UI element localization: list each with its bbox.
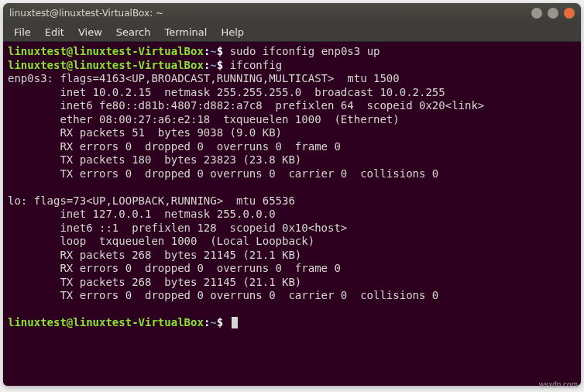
output-line: inet 127.0.0.1 netmask 255.0.0.0 xyxy=(8,208,276,220)
output-line: RX errors 0 dropped 0 overruns 0 frame 0 xyxy=(8,140,341,153)
prompt-user-host: linuxtest@linuxtest-VirtualBox xyxy=(8,316,204,328)
menu-terminal[interactable]: Terminal xyxy=(158,25,213,40)
prompt-path: ~ xyxy=(210,59,216,71)
titlebar[interactable]: linuxtest@linuxtest-VirtualBox: ~ xyxy=(3,3,581,23)
prompt-user-host: linuxtest@linuxtest-VirtualBox xyxy=(8,45,204,57)
output-line: TX errors 0 dropped 0 overruns 0 carrier… xyxy=(8,167,438,180)
prompt-path: ~ xyxy=(210,316,216,328)
output-line: lo: flags=73<UP,LOOPBACK,RUNNING> mtu 65… xyxy=(8,194,295,207)
cursor-icon xyxy=(232,317,238,328)
maximize-button[interactable] xyxy=(548,8,558,19)
output-line: RX packets 51 bytes 9038 (9.0 KB) xyxy=(8,126,282,139)
minimize-button[interactable] xyxy=(531,8,542,19)
close-button[interactable] xyxy=(564,8,575,19)
menubar: File Edit View Search Terminal Help xyxy=(3,23,581,42)
command-1: sudo ifconfig enp0s3 up xyxy=(230,45,380,57)
prompt-user-host: linuxtest@linuxtest-VirtualBox xyxy=(8,59,204,71)
prompt-suffix: $ xyxy=(217,316,223,328)
output-line: inet6 ::1 prefixlen 128 scopeid 0x10<hos… xyxy=(8,222,347,234)
output-line: RX errors 0 dropped 0 overruns 0 frame 0 xyxy=(8,262,341,274)
window-controls xyxy=(531,8,575,19)
menu-file[interactable]: File xyxy=(8,25,37,40)
prompt-suffix: $ xyxy=(217,45,223,57)
command-2: ifconfig xyxy=(230,59,282,71)
menu-help[interactable]: Help xyxy=(215,25,250,40)
menu-view[interactable]: View xyxy=(72,25,108,40)
output-line: inet6 fe80::d81b:4807:d882:a7c8 prefixle… xyxy=(8,99,484,112)
terminal-window: linuxtest@linuxtest-VirtualBox: ~ File E… xyxy=(3,3,581,386)
output-line: RX packets 268 bytes 21145 (21.1 KB) xyxy=(8,249,301,261)
menu-edit[interactable]: Edit xyxy=(39,25,70,40)
watermark: wsxdn.com xyxy=(539,380,578,389)
output-line: loop txqueuelen 1000 (Local Loopback) xyxy=(8,235,314,247)
terminal-body[interactable]: linuxtest@linuxtest-VirtualBox:~$ sudo i… xyxy=(3,42,581,386)
output-line: enp0s3: flags=4163<UP,BROADCAST,RUNNING,… xyxy=(8,72,400,84)
menu-search[interactable]: Search xyxy=(110,25,157,40)
output-line: inet 10.0.2.15 netmask 255.255.255.0 bro… xyxy=(8,86,445,98)
window-title: linuxtest@linuxtest-VirtualBox: ~ xyxy=(9,8,527,19)
output-line: TX packets 180 bytes 23823 (23.8 KB) xyxy=(8,153,301,166)
output-line: TX packets 268 bytes 21145 (21.1 KB) xyxy=(8,276,301,288)
prompt-path: ~ xyxy=(210,45,216,57)
prompt-suffix: $ xyxy=(217,59,223,71)
output-line: ether 08:00:27:a6:e2:18 txqueuelen 1000 … xyxy=(8,113,400,126)
output-line: TX errors 0 dropped 0 overruns 0 carrier… xyxy=(8,289,438,301)
